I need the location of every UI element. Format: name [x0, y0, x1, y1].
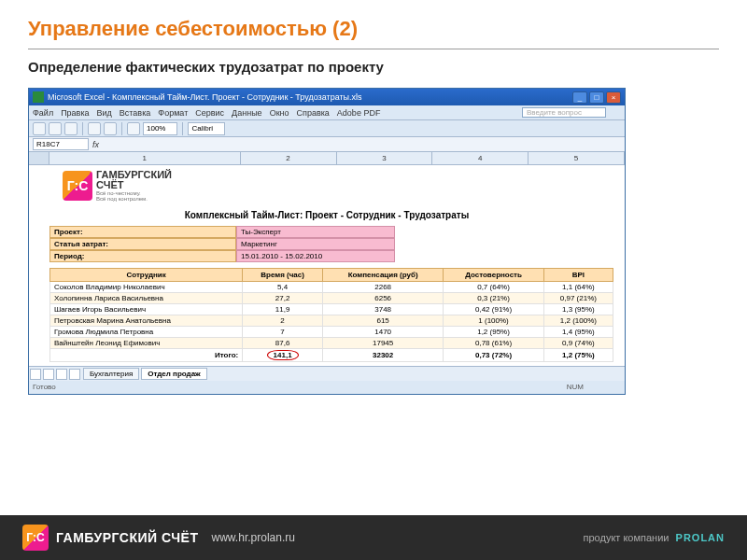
- meta-value: 15.01.2010 - 15.02.2010: [236, 250, 395, 262]
- menu-item[interactable]: Сервис: [195, 108, 224, 118]
- separator: [182, 122, 183, 135]
- cell[interactable]: 1,1 (64%): [543, 282, 613, 293]
- cell[interactable]: 2268: [322, 282, 443, 293]
- toolbar-button[interactable]: [127, 122, 140, 135]
- cell[interactable]: 7: [243, 327, 323, 338]
- cell[interactable]: Громова Людмила Петровна: [50, 327, 243, 338]
- menu-item[interactable]: Окно: [270, 108, 289, 118]
- menu-item[interactable]: Формат: [158, 108, 188, 118]
- numlock-indicator: NUM: [567, 381, 584, 394]
- menu-item[interactable]: Вид: [97, 108, 112, 118]
- maximize-button[interactable]: □: [589, 91, 604, 104]
- table-row[interactable]: Громова Людмила Петровна714701,2 (95%)1,…: [50, 327, 613, 338]
- footer-company: PROLAN: [676, 532, 725, 543]
- cell[interactable]: 615: [322, 315, 443, 327]
- col-header[interactable]: 5: [529, 152, 625, 164]
- logo: Г:С ГАМБУРГСКИЙ СЧЁТ Всё по-честному. Вс…: [63, 170, 172, 202]
- col-header[interactable]: 1: [49, 152, 241, 164]
- cell[interactable]: Петровская Марина Анатольевна: [50, 315, 243, 327]
- col-header[interactable]: 4: [432, 152, 529, 164]
- meta-value: Ты-Эксперт: [236, 226, 395, 238]
- col-header[interactable]: 2: [241, 152, 337, 164]
- total-bpi: 1,2 (75%): [543, 349, 613, 362]
- meta-label: Период:: [49, 250, 236, 262]
- worksheet[interactable]: Г:С ГАМБУРГСКИЙ СЧЁТ Всё по-честному. Вс…: [29, 165, 625, 366]
- cell[interactable]: 0,78 (61%): [444, 338, 544, 349]
- toolbar-button[interactable]: [88, 122, 101, 135]
- cell[interactable]: 3748: [322, 304, 443, 315]
- toolbar-button[interactable]: [104, 122, 117, 135]
- cell[interactable]: Шагаев Игорь Васильевич: [50, 304, 243, 315]
- table-row[interactable]: Соколов Владимир Николаевич5,422680,7 (6…: [50, 282, 613, 293]
- menu-item[interactable]: Правка: [61, 108, 89, 118]
- cell[interactable]: 1470: [322, 327, 443, 338]
- total-conf: 0,73 (72%): [444, 349, 544, 362]
- meta-value: Маркетинг: [236, 238, 395, 250]
- sheet-tabs: Бухгалтерия Отдел продаж: [29, 366, 625, 381]
- close-button[interactable]: ×: [606, 91, 621, 104]
- cell[interactable]: 1 (100%): [444, 315, 544, 327]
- table-row[interactable]: Петровская Марина Анатольевна26151 (100%…: [50, 315, 613, 327]
- cell[interactable]: 27,2: [243, 293, 323, 304]
- tab-nav[interactable]: [29, 368, 81, 381]
- th[interactable]: BPI: [543, 269, 613, 282]
- cell[interactable]: 1,4 (95%): [543, 327, 613, 338]
- cell[interactable]: 11,9: [243, 304, 323, 315]
- toolbar: 100% Calibri: [29, 120, 625, 137]
- menu-item[interactable]: Вставка: [120, 108, 150, 118]
- th[interactable]: Сотрудник: [50, 269, 243, 282]
- cell[interactable]: 87,6: [243, 338, 323, 349]
- menu-item[interactable]: Файл: [33, 108, 53, 118]
- cell[interactable]: 2: [243, 315, 323, 327]
- th[interactable]: Достоверность: [444, 269, 544, 282]
- window-title: Microsoft Excel - Комплексный Тайм-Лист.…: [48, 92, 572, 102]
- menu-item[interactable]: Данные: [232, 108, 262, 118]
- cell[interactable]: 0,7 (64%): [444, 282, 544, 293]
- cell[interactable]: 0,9 (74%): [543, 338, 613, 349]
- cell[interactable]: 0,42 (91%): [444, 304, 544, 315]
- cell[interactable]: 17945: [322, 338, 443, 349]
- ask-input[interactable]: Введите вопрос: [522, 107, 606, 118]
- slide-title: Управление себестоимостью (2): [0, 0, 747, 49]
- logo-name2: СЧЁТ: [96, 179, 123, 190]
- cell[interactable]: 1,2 (95%): [444, 327, 544, 338]
- total-time: 141,1: [243, 349, 323, 362]
- cell[interactable]: 6256: [322, 293, 443, 304]
- cell[interactable]: Холопинна Лариса Васильевна: [50, 293, 243, 304]
- toolbar-button[interactable]: [64, 122, 78, 135]
- zoom-select[interactable]: 100%: [143, 122, 177, 135]
- minimize-button[interactable]: _: [572, 91, 587, 104]
- menu-item[interactable]: Справка: [297, 108, 330, 118]
- select-all-corner[interactable]: [29, 152, 49, 164]
- menu-item[interactable]: Adobe PDF: [337, 108, 381, 118]
- table-row[interactable]: Шагаев Игорь Васильевич11,937480,42 (91%…: [50, 304, 613, 315]
- cell[interactable]: 0,3 (21%): [444, 293, 544, 304]
- col-header[interactable]: 3: [337, 152, 433, 164]
- cell[interactable]: 0,97 (21%): [543, 293, 613, 304]
- th[interactable]: Компенсация (руб): [322, 269, 443, 282]
- total-row[interactable]: Итого: 141,1 32302 0,73 (72%) 1,2 (75%): [50, 349, 613, 362]
- titlebar[interactable]: Microsoft Excel - Комплексный Тайм-Лист.…: [29, 89, 625, 105]
- cell[interactable]: 1,2 (100%): [543, 315, 613, 327]
- sheet-tab-active[interactable]: Отдел продаж: [141, 368, 207, 380]
- fx-icon[interactable]: fx: [92, 140, 99, 149]
- th[interactable]: Время (час): [243, 269, 323, 282]
- table-row[interactable]: Холопинна Лариса Васильевна27,262560,3 (…: [50, 293, 613, 304]
- toolbar-button[interactable]: [33, 122, 46, 135]
- cell[interactable]: 1,3 (95%): [543, 304, 613, 315]
- separator: [82, 122, 83, 135]
- toolbar-button[interactable]: [49, 122, 62, 135]
- cell[interactable]: Соколов Владимир Николаевич: [50, 282, 243, 293]
- excel-icon: [33, 91, 44, 103]
- column-headers: 1 2 3 4 5: [29, 152, 625, 165]
- highlight-circle-icon: 141,1: [267, 350, 299, 360]
- cell[interactable]: Вайнштейн Леонид Ефимович: [50, 338, 243, 349]
- slide-footer: Г:С ГАМБУРГСКИЙ СЧЁТ www.hr.prolan.ru пр…: [0, 515, 747, 560]
- total-comp: 32302: [322, 349, 443, 362]
- font-select[interactable]: Calibri: [188, 122, 225, 135]
- table-row[interactable]: Вайнштейн Леонид Ефимович87,6179450,78 (…: [50, 338, 613, 349]
- sheet-tab[interactable]: Бухгалтерия: [83, 368, 139, 380]
- cell[interactable]: 5,4: [243, 282, 323, 293]
- statusbar: Готово NUM: [29, 381, 625, 394]
- name-box[interactable]: R18C7: [33, 138, 89, 150]
